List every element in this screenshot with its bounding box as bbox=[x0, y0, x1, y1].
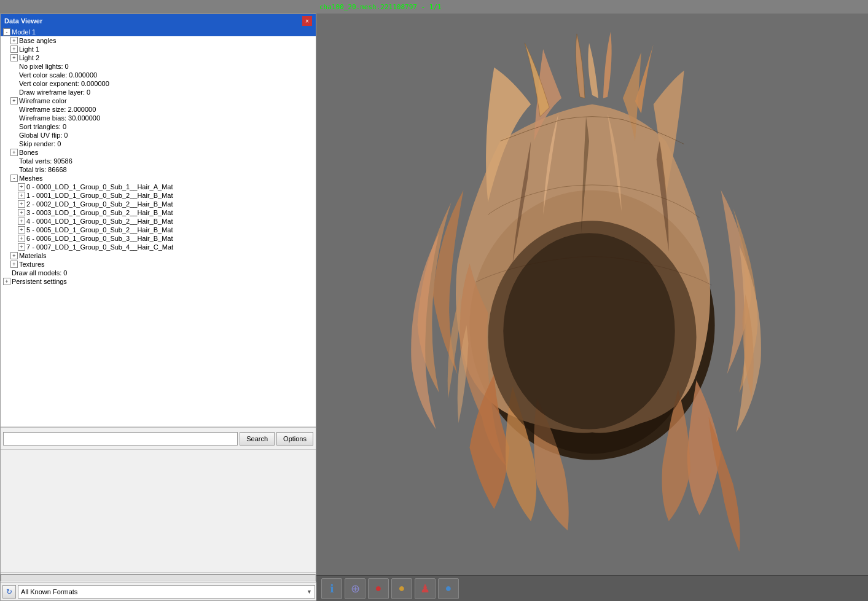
tree-item-label: Textures bbox=[19, 261, 45, 268]
tree-item-label: Vert color exponent: 0.000000 bbox=[19, 80, 109, 87]
tree-item-label: 0 - 0000_LOD_1_Group_0_Sub_1__Hair_A_Mat bbox=[26, 183, 173, 191]
expand-icon[interactable]: + bbox=[18, 209, 25, 216]
tree-item-vert_color_exp[interactable]: Vert color exponent: 0.000000 bbox=[1, 79, 316, 88]
options-button[interactable]: Options bbox=[276, 432, 313, 446]
tree-item-total_verts[interactable]: Total verts: 90586 bbox=[1, 157, 316, 165]
toolbar-btn-sphere_gold[interactable]: ● bbox=[391, 578, 412, 599]
tree-item-persistent_settings[interactable]: +Persistent settings bbox=[1, 277, 316, 286]
tree-item-mesh3[interactable]: +3 - 0003_LOD_1_Group_0_Sub_2__Hair_B_Ma… bbox=[1, 208, 316, 217]
tree-item-label: 5 - 0005_LOD_1_Group_0_Sub_2__Hair_B_Mat bbox=[26, 226, 173, 234]
tree-item-light1[interactable]: +Light 1 bbox=[1, 45, 316, 53]
tree-item-mesh4[interactable]: +4 - 0004_LOD_1_Group_0_Sub_2__Hair_B_Ma… bbox=[1, 217, 316, 226]
horizontal-scrollbar[interactable] bbox=[1, 572, 316, 582]
title-bar: Data Viewer × bbox=[1, 14, 316, 28]
tree-item-mesh2[interactable]: +2 - 0002_LOD_1_Group_0_Sub_2__Hair_B_Ma… bbox=[1, 200, 316, 208]
search-button[interactable]: Search bbox=[240, 432, 275, 446]
tree-item-label: Total verts: 90586 bbox=[19, 157, 72, 165]
tree-item-label: Base angles bbox=[19, 37, 57, 44]
expand-icon[interactable]: + bbox=[10, 149, 18, 156]
tree-item-model1[interactable]: -Model 1 bbox=[1, 28, 316, 36]
tree-item-base_angles[interactable]: +Base angles bbox=[1, 36, 316, 45]
tree-item-vert_color_scale[interactable]: Vert color scale: 0.000000 bbox=[1, 71, 316, 79]
expand-icon[interactable]: + bbox=[10, 252, 18, 259]
toolbar-btn-sphere_red[interactable]: ● bbox=[368, 578, 389, 599]
tree-item-light2[interactable]: +Light 2 bbox=[1, 53, 316, 62]
tree-item-no_pixel_lights[interactable]: No pixel lights: 0 bbox=[1, 62, 316, 71]
tree-view: -Model 1+Base angles+Light 1+Light 2No p… bbox=[1, 28, 316, 427]
tree-item-mesh1[interactable]: +1 - 0001_LOD_1_Group_0_Sub_2__Hair_B_Ma… bbox=[1, 191, 316, 200]
format-dropdown[interactable]: All Known Formats ▼ bbox=[18, 585, 315, 599]
tree-item-textures[interactable]: +Textures bbox=[1, 260, 316, 269]
expand-icon[interactable]: + bbox=[3, 278, 10, 285]
tree-item-mesh6[interactable]: +6 - 0006_LOD_1_Group_0_Sub_3__Hair_B_Ma… bbox=[1, 234, 316, 243]
tree-item-label: Draw wireframe layer: 0 bbox=[19, 88, 90, 96]
tree-item-label: 3 - 0003_LOD_1_Group_0_Sub_2__Hair_B_Mat bbox=[26, 209, 173, 216]
tree-item-bones[interactable]: +Bones bbox=[1, 148, 316, 157]
tree-item-meshes[interactable]: -Meshes bbox=[1, 174, 316, 183]
tree-item-draw_wireframe[interactable]: Draw wireframe layer: 0 bbox=[1, 88, 316, 96]
viewport-title: cha100_20.mesh.221108797 - 1/1 bbox=[319, 3, 442, 11]
tree-item-mesh7[interactable]: +7 - 0007_LOD_1_Group_0_Sub_4__Hair_C_Ma… bbox=[1, 243, 316, 251]
svg-point-3 bbox=[503, 233, 674, 429]
refresh-button[interactable]: ↻ bbox=[2, 585, 16, 599]
tree-item-label: Wireframe color bbox=[19, 97, 67, 104]
tree-item-sort_triangles[interactable]: Sort triangles: 0 bbox=[1, 122, 316, 131]
tree-item-label: 7 - 0007_LOD_1_Group_0_Sub_4__Hair_C_Mat bbox=[26, 243, 173, 251]
expand-icon[interactable]: + bbox=[10, 45, 18, 53]
toolbar-btn-sphere_blue[interactable]: ● bbox=[438, 578, 459, 599]
tree-item-wireframe_color[interactable]: +Wireframe color bbox=[1, 96, 316, 105]
empty-space bbox=[1, 449, 316, 572]
search-bar: Search Options bbox=[1, 427, 316, 449]
expand-icon[interactable]: + bbox=[18, 218, 25, 225]
expand-icon[interactable]: + bbox=[18, 235, 25, 242]
expand-icon[interactable]: + bbox=[18, 200, 25, 208]
expand-icon[interactable]: + bbox=[10, 54, 18, 61]
tree-item-label: Vert color scale: 0.000000 bbox=[19, 71, 97, 79]
tree-item-label: 1 - 0001_LOD_1_Group_0_Sub_2__Hair_B_Mat bbox=[26, 192, 173, 199]
chevron-down-icon: ▼ bbox=[307, 589, 312, 595]
expand-icon[interactable]: + bbox=[18, 183, 25, 191]
expand-icon[interactable]: + bbox=[18, 192, 25, 199]
tree-item-label: Meshes bbox=[19, 175, 43, 182]
viewport-toolbar: ℹ⊕●●♟● bbox=[316, 575, 868, 601]
expand-icon[interactable]: + bbox=[10, 97, 18, 104]
right-panel: ℹ⊕●●♟● bbox=[316, 14, 868, 601]
tree-item-label: Bones bbox=[19, 149, 38, 156]
tree-item-label: 4 - 0004_LOD_1_Group_0_Sub_2__Hair_B_Mat bbox=[26, 218, 173, 225]
expand-icon[interactable]: + bbox=[10, 261, 18, 268]
top-bar: cha100_20.mesh.221108797 - 1/1 bbox=[0, 0, 868, 14]
tree-item-label: No pixel lights: 0 bbox=[19, 63, 69, 70]
scrollbar-track[interactable] bbox=[1, 574, 316, 581]
tree-item-label: Persistent settings bbox=[12, 278, 67, 285]
close-button[interactable]: × bbox=[302, 16, 312, 26]
left-panel: Data Viewer × -Model 1+Base angles+Light… bbox=[0, 14, 316, 601]
tree-item-label: Global UV flip: 0 bbox=[19, 132, 68, 139]
main-area: Data Viewer × -Model 1+Base angles+Light… bbox=[0, 14, 868, 601]
expand-icon[interactable]: + bbox=[18, 243, 25, 251]
tree-item-global_uv_flip[interactable]: Global UV flip: 0 bbox=[1, 131, 316, 139]
bottom-bar: ↻ All Known Formats ▼ bbox=[1, 582, 317, 600]
tree-item-total_tris[interactable]: Total tris: 86668 bbox=[1, 165, 316, 174]
expand-icon[interactable]: + bbox=[18, 226, 25, 234]
search-input[interactable] bbox=[3, 432, 238, 446]
tree-item-materials[interactable]: +Materials bbox=[1, 251, 316, 260]
tree-item-label: 2 - 0002_LOD_1_Group_0_Sub_2__Hair_B_Mat bbox=[26, 200, 173, 208]
tree-item-label: Draw all models: 0 bbox=[12, 269, 67, 277]
tree-item-label: Materials bbox=[19, 252, 47, 259]
tree-item-draw_all_models[interactable]: Draw all models: 0 bbox=[1, 269, 316, 277]
tree-item-wireframe_size[interactable]: Wireframe size: 2.000000 bbox=[1, 105, 316, 114]
toolbar-btn-figure[interactable]: ♟ bbox=[415, 578, 436, 599]
toolbar-btn-axes[interactable]: ⊕ bbox=[345, 578, 366, 599]
tree-item-label: Sort triangles: 0 bbox=[19, 123, 66, 130]
expand-icon[interactable]: - bbox=[10, 175, 18, 182]
expand-icon[interactable]: + bbox=[10, 37, 18, 44]
expand-icon[interactable]: - bbox=[3, 28, 10, 36]
tree-item-mesh5[interactable]: +5 - 0005_LOD_1_Group_0_Sub_2__Hair_B_Ma… bbox=[1, 226, 316, 234]
toolbar-btn-info[interactable]: ℹ bbox=[321, 578, 342, 599]
tree-item-label: Wireframe size: 2.000000 bbox=[19, 106, 96, 113]
tree-item-mesh0[interactable]: +0 - 0000_LOD_1_Group_0_Sub_1__Hair_A_Ma… bbox=[1, 183, 316, 191]
tree-item-skip_render[interactable]: Skip render: 0 bbox=[1, 139, 316, 148]
tree-item-label: Wireframe bias: 30.000000 bbox=[19, 114, 100, 122]
tree-item-wireframe_bias[interactable]: Wireframe bias: 30.000000 bbox=[1, 114, 316, 122]
window-title: Data Viewer bbox=[4, 17, 42, 25]
